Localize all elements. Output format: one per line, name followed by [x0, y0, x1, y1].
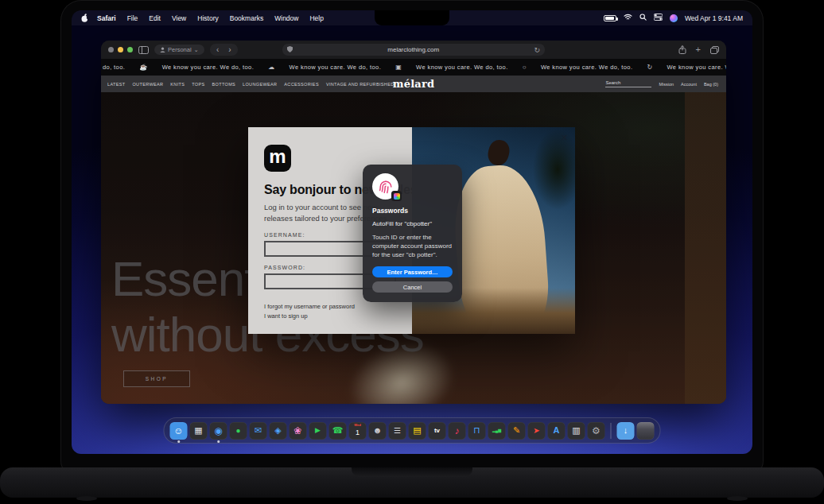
dock-numbers-icon[interactable]: ▂▄▆ — [488, 422, 506, 440]
nav-accessories[interactable]: ACCESSORIES — [284, 82, 319, 87]
close-modal-icon[interactable]: ✕ — [561, 133, 568, 143]
profile-switcher[interactable]: Personal ⌄ — [154, 45, 204, 55]
marquee-text: We know you care. We do, too. — [416, 64, 508, 71]
menu-view[interactable]: View — [166, 14, 192, 22]
dock-notes-icon[interactable]: ▤ — [409, 422, 426, 440]
wifi-icon[interactable] — [624, 14, 632, 22]
chevron-down-icon: ⌄ — [194, 46, 199, 53]
new-tab-button[interactable]: + — [696, 45, 701, 54]
dock-pages-icon[interactable]: ✎ — [508, 422, 526, 440]
url-text: melarclothing.com — [293, 46, 534, 53]
sign-up-link[interactable]: I want to sign up — [264, 312, 396, 321]
enter-password-button[interactable]: Enter Password… — [372, 266, 453, 277]
droplet-icon: ○ — [523, 64, 527, 71]
marquee-text: We know you care. We do, too. — [541, 64, 633, 71]
dock-trash-icon[interactable] — [637, 422, 655, 440]
battery-icon[interactable] — [604, 15, 616, 21]
dock-rocket-icon[interactable]: ➤ — [528, 422, 546, 440]
nav-loungewear[interactable]: LOUNGEWEAR — [243, 82, 277, 87]
dock: ☺▦◉●✉◈❀▶☎Wed1☻☰▤tv♪⊓▂▄▆✎➤A▥⚙↓ — [164, 417, 661, 444]
menu-help[interactable]: Help — [304, 14, 328, 22]
dock-launchpad-icon[interactable]: ▦ — [190, 422, 208, 440]
nav-knits[interactable]: KNITS — [170, 82, 185, 87]
menu-window[interactable]: Window — [269, 14, 304, 22]
window-controls — [108, 47, 133, 52]
marquee-segment: ▣We know you care. We do, too. — [395, 64, 508, 71]
dock-music-icon[interactable]: ♪ — [449, 422, 466, 440]
menu-file[interactable]: File — [122, 14, 144, 22]
close-window-button[interactable] — [108, 47, 114, 52]
dock-app-store-icon[interactable]: A — [548, 422, 566, 440]
nav-outerwear[interactable]: OUTERWEAR — [132, 82, 163, 87]
dock-keynote-icon[interactable]: ⊓ — [468, 422, 486, 440]
passwords-app-icon — [391, 191, 402, 201]
marquee-text: do, too. — [103, 64, 125, 71]
jar-icon: ☕ — [139, 64, 147, 71]
forgot-credentials-link[interactable]: I forgot my username or password — [264, 302, 396, 312]
zoom-window-button[interactable] — [127, 47, 133, 52]
dock-phone-icon[interactable]: ☎ — [329, 422, 347, 440]
share-icon[interactable] — [678, 45, 686, 54]
search-icon[interactable] — [639, 14, 647, 22]
dock-downloads-icon[interactable]: ↓ — [617, 422, 635, 440]
site-nav: LATESTOUTERWEARKNITSTOPSBOTTOMSLOUNGEWEA… — [107, 82, 394, 87]
nav-vintage-and-refurbished[interactable]: VINTAGE AND REFURBISHED — [326, 82, 395, 87]
menu-bookmarks[interactable]: Bookmarks — [224, 14, 270, 22]
nav-bottoms[interactable]: BOTTOMS — [212, 82, 236, 87]
dock-tv-icon[interactable]: tv — [429, 422, 446, 440]
dock-settings-icon[interactable]: ⚙ — [588, 422, 605, 440]
site-links: MissionAccountBag (0) — [659, 82, 718, 87]
dock-freeform-icon[interactable]: ▥ — [568, 422, 585, 440]
link-bag-0-[interactable]: Bag (0) — [704, 82, 718, 87]
dock-mail-icon[interactable]: ✉ — [250, 422, 267, 440]
dock-facetime-icon[interactable]: ▶ — [309, 422, 327, 440]
tab-overview-icon[interactable] — [710, 46, 719, 54]
site-logo[interactable]: mélard — [393, 78, 435, 90]
marquee-segment: ↻We know you care. We do, too. — [647, 64, 726, 71]
dock-contacts-icon[interactable]: ☻ — [369, 422, 387, 440]
profile-label: Personal — [168, 46, 192, 53]
marquee-segment: ☁We know you care. We do, too. — [268, 64, 381, 71]
cancel-button[interactable]: Cancel — [372, 281, 453, 293]
marquee-text: We know you care. We do, too. — [162, 64, 255, 71]
privacy-shield-icon — [287, 46, 293, 54]
nav-latest[interactable]: LATEST — [107, 82, 125, 87]
display-notch — [375, 10, 449, 25]
dock-finder-icon[interactable]: ☺ — [170, 422, 188, 440]
sidebar-icon[interactable] — [138, 46, 149, 54]
minimize-window-button[interactable] — [118, 47, 123, 52]
marquee-segment: ☕We know you care. We do, too. — [139, 64, 254, 71]
dock-photos-icon[interactable]: ❀ — [290, 422, 307, 440]
macbook-foot-left — [76, 496, 97, 501]
cloud-icon: ☁ — [268, 64, 274, 71]
hero-section: Essentials without excess SHOP m Say bon… — [101, 92, 726, 404]
washer-icon: ▣ — [395, 64, 402, 71]
menu-bar-clock[interactable]: Wed Apr 1 9:41 AM — [685, 14, 743, 22]
link-account[interactable]: Account — [681, 82, 697, 87]
control-center-icon[interactable] — [654, 14, 663, 22]
address-bar[interactable]: melarclothing.com ↻ — [282, 44, 545, 56]
dock-maps-icon[interactable]: ◈ — [270, 422, 287, 440]
macbook-foot-right — [727, 496, 748, 501]
dock-safari-icon[interactable]: ◉ — [210, 422, 227, 440]
menu-history[interactable]: History — [192, 14, 223, 22]
photo-model-head — [486, 138, 512, 167]
menu-edit[interactable]: Edit — [143, 14, 166, 22]
dock-separator — [611, 423, 612, 439]
back-button[interactable]: ‹ — [216, 46, 219, 54]
dock-reminders-icon[interactable]: ☰ — [389, 422, 406, 440]
person-icon — [160, 47, 165, 52]
dock-messages-icon[interactable]: ● — [230, 422, 247, 440]
macbook-lid-groove — [352, 467, 472, 477]
link-mission[interactable]: Mission — [659, 82, 674, 87]
dock-calendar-icon[interactable]: Wed1 — [349, 422, 367, 440]
promo-marquee: do, too.☕We know you care. We do, too.☁W… — [101, 59, 726, 76]
reload-icon[interactable]: ↻ — [534, 46, 540, 54]
menu-safari[interactable]: Safari — [91, 14, 122, 22]
site-search-input[interactable]: Search — [605, 80, 651, 87]
site-header: LATESTOUTERWEARKNITSTOPSBOTTOMSLOUNGEWEA… — [101, 76, 726, 92]
forward-button[interactable]: › — [228, 46, 231, 54]
apple-menu-icon[interactable] — [81, 14, 88, 22]
nav-tops[interactable]: TOPS — [192, 82, 204, 87]
siri-icon[interactable] — [670, 14, 678, 22]
